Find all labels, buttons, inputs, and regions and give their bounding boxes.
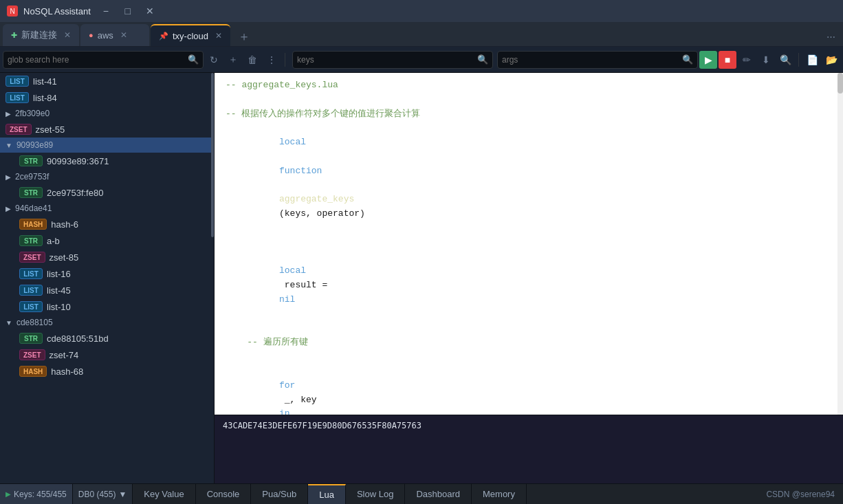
badge-list: LIST — [19, 285, 43, 296]
sidebar-group-2ce9753f[interactable]: ▶ 2ce9753f — [0, 169, 214, 184]
code-comment: -- aggregate_keys.lua — [226, 78, 338, 93]
toolbar: 🔍 ↻ ＋ 🗑 ⋮ 🔍 🔍 ▶ ■ ✏ ⬇ 🔍 📄 📂 — [0, 47, 843, 73]
keys-count: Keys: 455/455 — [14, 490, 67, 499]
tab-close-new[interactable]: ✕ — [64, 30, 71, 40]
sidebar-item-list-84[interactable]: LIST list-84 — [0, 89, 214, 106]
editor-area: -- aggregate_keys.lua -- 根据传入的操作符对多个键的值进… — [215, 73, 843, 483]
app-icon: N — [7, 6, 18, 17]
sidebar-item-label: list-16 — [47, 269, 71, 279]
code-line — [215, 93, 843, 107]
tab-new-connection[interactable]: ✚ 新建连接 ✕ — [3, 24, 79, 46]
sidebar-item-hash-6[interactable]: HASH hash-6 — [0, 216, 214, 232]
bottom-status: ▶ Keys: 455/455 — [0, 484, 73, 505]
tab-console[interactable]: Console — [196, 484, 252, 505]
tab-aws[interactable]: ● aws ✕ — [80, 24, 149, 46]
sidebar-group-2fb309e0[interactable]: ▶ 2fb309e0 — [0, 106, 214, 121]
tab-slow-log[interactable]: Slow Log — [346, 484, 405, 505]
chevron-right-icon: ▶ — [6, 205, 11, 212]
maximize-button[interactable]: □ — [118, 4, 138, 18]
find-icon[interactable]: 🔍 — [776, 51, 794, 69]
sidebar-item-label: zset-74 — [50, 350, 79, 360]
tab-key-value[interactable]: Key Value — [133, 484, 195, 505]
stop-button[interactable]: ■ — [719, 51, 736, 69]
sidebar-item-list-16[interactable]: LIST list-16 — [0, 265, 214, 282]
search-icon: 🔍 — [188, 54, 199, 65]
delete-icon[interactable]: 🗑 — [243, 51, 261, 69]
tab-label: Console — [207, 489, 240, 499]
code-comment: -- 根据传入的操作符对多个键的值进行聚合计算 — [226, 107, 420, 122]
args-box: 🔍 — [497, 51, 698, 69]
tab-pua-sub[interactable]: Pua/Sub — [251, 484, 308, 505]
tab-icon-aws: ● — [89, 31, 94, 39]
minimize-button[interactable]: − — [96, 4, 116, 18]
code-editor[interactable]: -- aggregate_keys.lua -- 根据传入的操作符对多个键的值进… — [215, 73, 843, 415]
sidebar-item-zset-55[interactable]: ZSET zset-55 — [0, 121, 214, 138]
sidebar-item-list-41[interactable]: LIST list-41 — [0, 73, 214, 89]
tab-lua[interactable]: Lua — [308, 484, 346, 505]
tab-dashboard[interactable]: Dashboard — [405, 484, 472, 505]
sidebar-item-label: cde88105 — [17, 318, 53, 327]
more-options-icon[interactable]: ⋮ — [263, 51, 281, 69]
chevron-right-icon: ▶ — [6, 173, 11, 181]
add-tab-button[interactable]: ＋ — [234, 27, 254, 46]
tab-pin-icon: 📌 — [159, 32, 168, 41]
sidebar-item-2ce9753f-fe80[interactable]: STR 2ce9753f:fe80 — [0, 184, 214, 201]
main-content: LIST list-41 LIST list-84 ▶ 2fb309e0 ZSE… — [0, 73, 843, 483]
sidebar-item-list-45[interactable]: LIST list-45 — [0, 282, 214, 298]
separator-2 — [798, 53, 799, 67]
key-search-input[interactable] — [297, 55, 474, 65]
bottom-tabbar: ▶ Keys: 455/455 DB0 (455) ▼ Key Value Co… — [0, 483, 843, 504]
args-search-icon: 🔍 — [682, 54, 693, 65]
tab-label: Pua/Sub — [262, 489, 296, 499]
eraser-icon[interactable]: ✏ — [738, 51, 756, 69]
tab-end-button[interactable]: ⋯ — [821, 27, 840, 46]
output-area: 43CADE74E3DEFE67F19E9D80D676535F80A75763 — [215, 415, 843, 483]
sidebar-item-label: 2ce9753f — [15, 172, 49, 182]
tab-memory[interactable]: Memory — [472, 484, 527, 505]
status-arrow-icon: ▶ — [6, 490, 11, 498]
chevron-down-icon: ▼ — [118, 490, 127, 499]
sidebar-item-list-10[interactable]: LIST list-10 — [0, 298, 214, 315]
sidebar-item-zset-74[interactable]: ZSET zset-74 — [0, 347, 214, 363]
badge-list: LIST — [6, 92, 29, 103]
run-button[interactable]: ▶ — [699, 51, 717, 69]
tab-txy-cloud[interactable]: 📌 txy-cloud ✕ — [151, 24, 230, 46]
tab-label: 新建连接 — [21, 29, 57, 41]
tab-label: Lua — [319, 490, 334, 500]
badge-hash: HASH — [19, 219, 47, 230]
titlebar: N NoSQL Assistant − □ ✕ — [0, 0, 843, 22]
code-line: -- 根据传入的操作符对多个键的值进行聚合计算 — [215, 107, 843, 122]
code-comment: -- 遍历所有键 — [226, 336, 308, 350]
sidebar-group-90993e89[interactable]: ▼ 90993e89 — [0, 138, 214, 153]
sidebar-item-a-b[interactable]: STR a-b — [0, 232, 214, 249]
refresh-icon[interactable]: ↻ — [205, 51, 223, 69]
file-new-icon[interactable]: 📄 — [803, 51, 821, 69]
badge-list: LIST — [6, 76, 29, 87]
file-open-icon[interactable]: 📂 — [822, 51, 840, 69]
sidebar-group-946dae41[interactable]: ▶ 946dae41 — [0, 201, 214, 216]
sidebar-item-label: list-41 — [33, 76, 57, 87]
code-line: -- aggregate_keys.lua — [215, 78, 843, 93]
sidebar-item-cde88105-51bd[interactable]: STR cde88105:51bd — [0, 330, 214, 347]
output-text: 43CADE74E3DEFE67F19E9D80D676535F80A75763 — [223, 421, 422, 430]
args-input[interactable] — [502, 55, 679, 65]
sidebar-scrollbar-thumb — [211, 73, 214, 237]
sidebar-group-cde88105[interactable]: ▼ cde88105 — [0, 315, 214, 330]
sidebar-item-90993e89-3671[interactable]: STR 90993e89:3671 — [0, 153, 214, 169]
db-selector[interactable]: DB0 (455) ▼ — [73, 484, 133, 505]
tab-close-txy[interactable]: ✕ — [215, 31, 222, 41]
close-button[interactable]: ✕ — [140, 4, 160, 18]
tab-close-aws[interactable]: ✕ — [120, 30, 127, 40]
sidebar-item-hash-68[interactable]: HASH hash-68 — [0, 363, 214, 380]
code-line: -- 遍历所有键 — [215, 336, 843, 350]
add-key-icon[interactable]: ＋ — [224, 51, 242, 69]
sidebar-item-label: list-84 — [33, 93, 57, 103]
sidebar-item-label: 2fb309e0 — [15, 109, 50, 118]
separator-1 — [285, 53, 285, 67]
sidebar-item-label: zset-55 — [36, 124, 65, 135]
download-icon[interactable]: ⬇ — [757, 51, 775, 69]
glob-search-input[interactable] — [8, 55, 185, 65]
sidebar-item-zset-85[interactable]: ZSET zset-85 — [0, 249, 214, 265]
sidebar-item-label: list-45 — [47, 285, 71, 296]
sidebar-item-label: zset-85 — [50, 252, 79, 263]
